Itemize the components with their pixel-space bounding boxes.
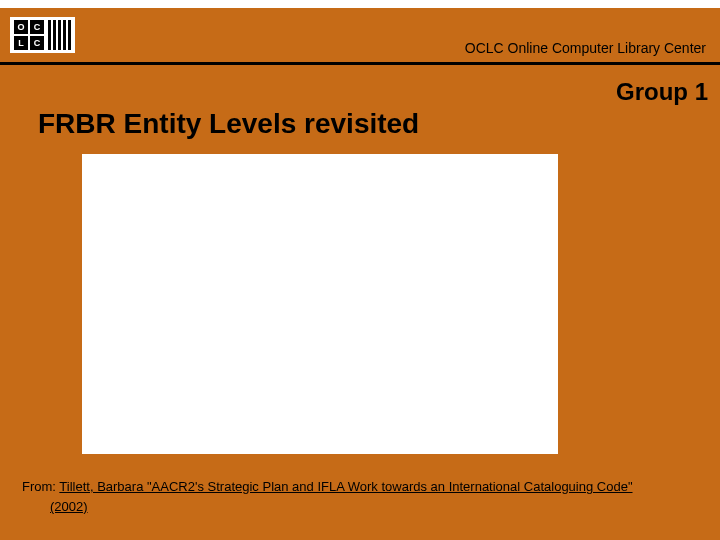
logo-letter: C [30,20,44,34]
oclc-logo: O C L C [10,17,75,53]
citation-link-main[interactable]: Tillett, Barbara "AACR2's Strategic Plan… [59,479,632,494]
group-label: Group 1 [616,78,708,106]
top-white-gap [0,0,720,8]
logo-letter: C [30,36,44,50]
banner-text: OCLC Online Computer Library Center [465,40,706,56]
banner-divider [0,62,720,65]
citation-link-tail[interactable]: (2002) [50,497,698,517]
content-placeholder [82,154,558,454]
citation-prefix: From: [22,479,59,494]
logo-letter: L [14,36,28,50]
oclc-logo-bars-icon [48,20,71,50]
logo-letter: O [14,20,28,34]
oclc-logo-grid: O C L C [14,20,44,50]
citation: From: Tillett, Barbara "AACR2's Strategi… [22,477,698,516]
banner: O C L C OCLC Online Computer Library Cen… [0,8,720,62]
slide-title: FRBR Entity Levels revisited [38,108,419,140]
